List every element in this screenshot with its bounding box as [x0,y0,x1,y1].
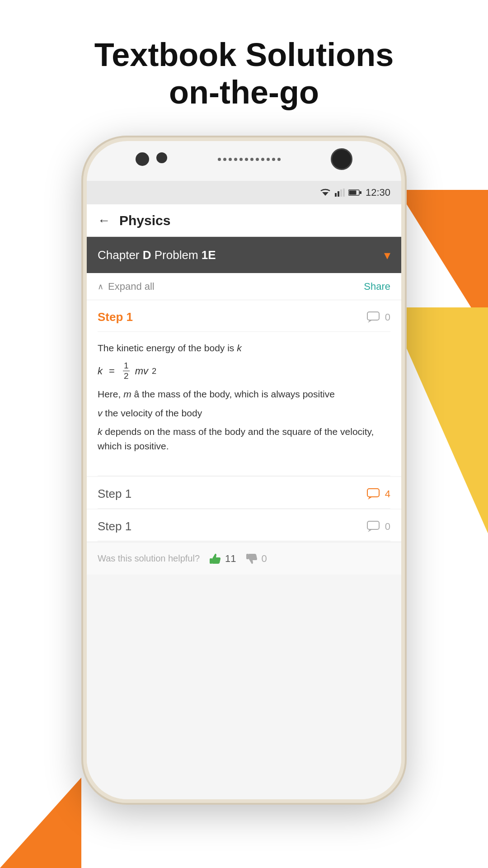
speaker-dot [261,158,264,161]
svg-rect-10 [367,489,379,497]
svg-rect-3 [340,189,342,197]
step-3-divider [98,541,390,541]
back-button[interactable]: ← [98,213,110,228]
expand-all-section[interactable]: ∧ Expand all [98,281,155,292]
speaker-dot [277,158,281,161]
phone-speaker [218,158,281,161]
thumbs-up-icon [209,553,221,565]
nav-title: Physics [119,213,170,228]
step-3-section: Step 1 0 [87,509,401,541]
speaker-dot [239,158,243,161]
chapter-dropdown-icon[interactable]: ▾ [384,248,390,263]
phone-mockup: 12:30 ← Physics Chapter D Problem 1E ▾ [81,136,407,805]
step-1-section: Step 1 0 The kinetic energy of the body … [87,300,401,476]
step-2-divider [98,508,390,509]
step-2-section: Step 1 4 [87,477,401,509]
thumbs-up-count: 11 [225,553,236,565]
speaker-dot [272,158,275,161]
status-icons: 12:30 [319,187,390,198]
expand-all-label: Expand all [108,281,155,292]
thumbs-down-button[interactable]: 0 [245,553,267,565]
camera-dot-2 [156,152,167,163]
step-2-header[interactable]: Step 1 4 [87,477,401,501]
phone-rear-camera [331,148,352,170]
thumbs-up-button[interactable]: 11 [209,553,236,565]
step-3-comments[interactable]: 0 [367,521,390,533]
comment-bubble-icon-orange [367,488,380,500]
share-button[interactable]: Share [364,281,390,292]
step-1-explanation-1: Here, m â the mass of the body, which is… [98,387,390,401]
svg-rect-2 [338,191,339,197]
step-1-comments[interactable]: 0 [367,311,390,323]
step-1-bottom-divider [98,476,390,476]
camera-dot-1 [136,152,149,166]
speaker-dot [250,158,253,161]
speaker-dot [229,158,232,161]
bg-orange-bottom-triangle [0,778,81,868]
step-1-comment-count: 0 [385,311,390,323]
svg-rect-14 [210,558,212,564]
svg-rect-4 [343,189,345,197]
step-3-comment-count: 0 [385,521,390,533]
comment-bubble-icon-gray [367,521,380,533]
step-1-content: The kinetic energy of the body is k k = … [87,332,401,468]
nav-bar: ← Physics [87,204,401,237]
problem-number: 1E [202,248,216,262]
speaker-dot [245,158,248,161]
svg-rect-7 [360,191,361,194]
battery-icon [348,189,362,196]
step-1-intro: The kinetic energy of the body is k [98,341,390,355]
speaker-dot [234,158,237,161]
speaker-dot [218,158,221,161]
signal-icon [335,189,345,197]
step-1-header[interactable]: Step 1 0 [87,300,401,324]
page-header: Textbook Solutions on-the-go [0,0,488,129]
svg-marker-0 [322,192,328,196]
svg-rect-15 [246,554,249,559]
chapter-title: Chapter D Problem 1E [98,248,216,262]
svg-rect-1 [335,193,337,197]
phone-hardware-top [136,148,352,170]
thumbs-down-count: 0 [262,553,267,565]
comment-bubble-icon [367,311,380,323]
step-2-label: Step 1 [98,487,131,501]
step-2-comments[interactable]: 4 [367,488,390,500]
step-3-label: Step 1 [98,519,131,533]
step-1-label: Step 1 [98,310,133,324]
speaker-dot [256,158,259,161]
speaker-dot [267,158,270,161]
thumbs-down-icon [245,553,258,565]
step-1-explanation-2: v the velocity of the body [98,406,390,420]
helpful-bar: Was this solution helpful? 11 0 [87,542,401,575]
svg-rect-6 [349,191,356,195]
app-screen: 12:30 ← Physics Chapter D Problem 1E ▾ [87,181,401,799]
phone-screen: 12:30 ← Physics Chapter D Problem 1E ▾ [87,141,401,799]
expand-chevron-icon: ∧ [98,282,103,292]
helpful-question: Was this solution helpful? [98,553,200,564]
step-3-header[interactable]: Step 1 0 [87,509,401,533]
phone-front-cameras [136,152,167,166]
expand-share-bar: ∧ Expand all Share [87,273,401,300]
chapter-header[interactable]: Chapter D Problem 1E ▾ [87,237,401,273]
status-bar: 12:30 [87,181,401,204]
step-2-comment-count: 4 [385,488,390,500]
svg-rect-8 [367,312,379,320]
speaker-dot [223,158,226,161]
phone-outer-shell: 12:30 ← Physics Chapter D Problem 1E ▾ [81,136,407,805]
chapter-letter: D [143,248,151,262]
svg-rect-12 [367,521,379,529]
step-1-formula: k = 1 2 mv2 [98,361,390,382]
status-time: 12:30 [366,187,390,198]
wifi-icon [319,189,331,197]
fraction: 1 2 [123,361,130,382]
step-1-explanation-3: k depends on the mass of the body and th… [98,425,390,453]
page-title: Textbook Solutions on-the-go [18,36,470,111]
